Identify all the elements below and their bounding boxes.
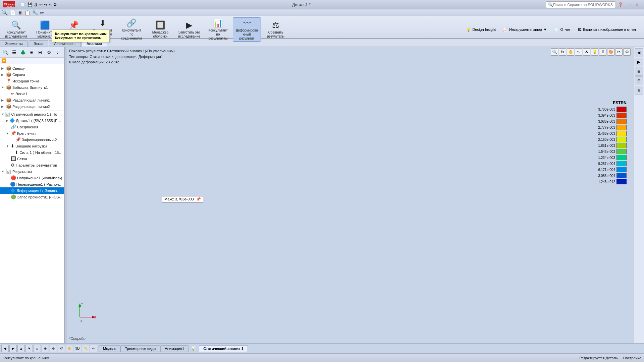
- panel-arrow-btn[interactable]: ›: [54, 48, 62, 56]
- toolbar-redo[interactable]: ↪: [44, 2, 47, 7]
- tree-item-boss[interactable]: ▼ 📦 Бобышка-Вытянуть1: [0, 84, 64, 90]
- design-insight-button[interactable]: 💡 Design Insight: [463, 26, 499, 34]
- deformed-icon: 〰: [243, 18, 251, 28]
- tree-item-right[interactable]: ▶ 📦 Справа: [0, 71, 64, 78]
- icon-results: 📊: [6, 169, 11, 174]
- apply-material-icon: 🟦: [40, 20, 50, 30]
- ribbon-separator-1: [292, 17, 292, 42]
- connections-label: Консультант по соединениям: [120, 28, 143, 41]
- bottom-nav-rotate[interactable]: ↺: [58, 345, 65, 352]
- toolbar-print[interactable]: 🖨: [34, 2, 38, 7]
- right-panel-btn-2[interactable]: ▶: [635, 58, 643, 66]
- tree-item-divline1[interactable]: ▶ 📦 Разделяющая линия1: [0, 97, 64, 103]
- vp-view-tool[interactable]: 👁: [583, 48, 590, 56]
- vp-zoom-tool[interactable]: 🔍: [551, 48, 558, 56]
- vp-display-tool[interactable]: 🖥: [599, 48, 606, 56]
- toolbar-btn-5[interactable]: 🔧: [32, 10, 38, 15]
- tree-item-origin[interactable]: 📍 Исходная точка: [0, 78, 64, 84]
- ribbon-btn-connections[interactable]: 🔗 Консультант по соединениям: [117, 17, 146, 42]
- search-input[interactable]: [553, 3, 613, 7]
- right-panel-btn-3[interactable]: ⊞: [635, 67, 643, 76]
- vp-pan-tool[interactable]: ✋: [567, 48, 574, 56]
- vp-light-tool[interactable]: 💡: [591, 48, 598, 56]
- bottom-nav-down[interactable]: ▼: [25, 345, 33, 352]
- panel-tree-btn[interactable]: 🌲: [19, 48, 27, 56]
- bottom-nav-zoom-out[interactable]: ⊖: [50, 345, 57, 352]
- tree-item-results[interactable]: ▼ 📊 Результаты: [0, 168, 64, 175]
- bottom-nav-measure[interactable]: 📏: [82, 345, 89, 352]
- help-button[interactable]: ❓: [618, 2, 623, 7]
- bottom-tab-static-analysis[interactable]: Статический анализ 1: [199, 345, 248, 352]
- epoch-tools-button[interactable]: 📈 Инструменты эпюр ▼: [500, 26, 550, 34]
- bottom-nav-3d[interactable]: 3D: [74, 345, 81, 352]
- toolbar-new[interactable]: 💾: [28, 2, 33, 7]
- panel-settings-btn[interactable]: ⚙: [45, 48, 53, 56]
- vp-render-tool[interactable]: 🎨: [607, 48, 614, 56]
- bottom-nav-home[interactable]: ⌂: [34, 345, 41, 352]
- panel-filter-btn[interactable]: 🔍: [1, 48, 9, 56]
- tab-sketches[interactable]: Эскиз: [29, 40, 48, 47]
- toolbar-btn-2[interactable]: 📄: [10, 10, 16, 15]
- annotation-pin[interactable]: 📌: [196, 197, 201, 201]
- bottom-tab-model[interactable]: Модель: [99, 345, 120, 352]
- bottom-tab-3d-views[interactable]: Трехмерные виды: [120, 345, 160, 352]
- tree-item-detail1[interactable]: ▶ 🔷 Деталь1 (-[SW]3.1355 (EN-AW 2024-)): [0, 117, 64, 124]
- viewport[interactable]: Показать результаты: Статический анализ …: [66, 47, 633, 343]
- bottom-nav-pan[interactable]: ✋: [66, 345, 73, 352]
- menu-file[interactable]: 📄: [19, 2, 26, 7]
- ribbon-btn-consultant-results[interactable]: 📊 Консультант по результатам: [204, 17, 232, 42]
- tree-item-mesh[interactable]: 🔲 Сетка: [0, 156, 64, 162]
- bottom-nav-right[interactable]: ▶: [9, 345, 17, 352]
- tree-item-sketch1[interactable]: ✏ Эскиз1: [0, 90, 64, 97]
- tree-item-top[interactable]: ▶ 📦 Сверху: [0, 65, 64, 71]
- tree-item-force1[interactable]: ⬇ Сила-1 (-На объект: 150 kgf-): [0, 149, 64, 156]
- report-button[interactable]: 📄 Отчет: [551, 26, 574, 34]
- tree-item-fixation[interactable]: ▼ 📌 Крепления: [0, 130, 64, 136]
- tree-item-fixed2[interactable]: 📌 Зафиксированный-2: [0, 136, 64, 143]
- panel-collapse-btn[interactable]: ⊟: [36, 48, 44, 56]
- tree-item-deform1[interactable]: 🔷 Деформация1 (-Эквивалент-): [0, 187, 64, 194]
- tree-item-safety1[interactable]: 🟢 Запас прочности1 (-FOS-): [0, 194, 64, 200]
- tree-item-connections[interactable]: 🔗 Соединения: [0, 124, 64, 130]
- ribbon-btn-run[interactable]: ▶ Запустить это исследование: [175, 17, 203, 42]
- vp-select-tool[interactable]: ↖: [575, 48, 582, 56]
- bottom-nav-sketch[interactable]: ✏: [90, 345, 97, 352]
- toolbar-btn-6[interactable]: ✏: [40, 10, 44, 15]
- toolbar-options[interactable]: ⚙: [53, 2, 57, 7]
- tree-item-ext-loads[interactable]: ▼ ⬇ Внешние нагрузки: [0, 143, 64, 149]
- vp-settings-tool[interactable]: ⚙: [623, 48, 631, 56]
- ribbon-btn-consultant-research[interactable]: 🔍 Консультант исследования: [2, 17, 30, 42]
- svg-text:2S: 2S: [3, 3, 7, 6]
- bottom-nav-up[interactable]: ▲: [17, 345, 25, 352]
- bottom-nav-left[interactable]: ◀: [1, 345, 9, 352]
- right-panel-btn-5[interactable]: 🖱: [635, 86, 643, 95]
- ribbon-btn-deformed[interactable]: 〰 Деформированный результат: [233, 17, 261, 42]
- tree-item-displacement1[interactable]: 🔵 Перемещение1 (-Расположение: [0, 181, 64, 187]
- icon-divline2: 📦: [6, 104, 11, 109]
- vp-rotate-tool[interactable]: ↻: [559, 48, 566, 56]
- maximize-button[interactable]: □: [631, 2, 633, 7]
- close-button[interactable]: ✕: [635, 2, 639, 7]
- tree-item-static-analysis[interactable]: ▼ 📊 Статический анализ 1 (-По умолчанию-…: [0, 111, 64, 117]
- panel-list-btn[interactable]: ☰: [10, 48, 18, 56]
- vp-section-tool[interactable]: ✂: [615, 48, 623, 56]
- toolbar-select[interactable]: ↖: [49, 2, 52, 7]
- panel-expand-btn[interactable]: ⊞: [28, 48, 36, 56]
- ribbon-btn-manager-shell[interactable]: 🔲 Менеджер оболочки: [146, 17, 174, 42]
- toolbar-undo[interactable]: ↩: [39, 2, 43, 7]
- ribbon-btn-compare[interactable]: ⚖ Сравнить результаты: [262, 17, 290, 42]
- minimize-button[interactable]: —: [625, 2, 629, 7]
- bottom-nav-zoom-fit[interactable]: ⊕: [42, 345, 49, 352]
- right-panel-btn-1[interactable]: ◀: [635, 48, 643, 57]
- tree-item-result-params[interactable]: ⚙ Параметры результатов: [0, 162, 64, 168]
- toolbar-btn-3[interactable]: 🖥: [18, 10, 22, 15]
- tree-item-stress1[interactable]: 🔴 Напряжение1 (-vonMises-): [0, 175, 64, 181]
- toolbar-btn-1[interactable]: 🔍: [1, 9, 8, 16]
- right-panel-btn-4[interactable]: ⊟: [635, 76, 643, 85]
- include-image-button[interactable]: 🖼 Включить изображение в отчет: [575, 26, 639, 33]
- toolbar-btn-4[interactable]: 📋: [24, 10, 30, 15]
- bottom-tab-animation1[interactable]: Анимация1: [160, 345, 189, 352]
- tab-elements[interactable]: Элементы: [0, 40, 28, 47]
- statusbar-settings[interactable]: Настройка: [623, 356, 641, 360]
- tree-item-divline2[interactable]: ▶ 📦 Разделяющая линия2: [0, 103, 64, 110]
